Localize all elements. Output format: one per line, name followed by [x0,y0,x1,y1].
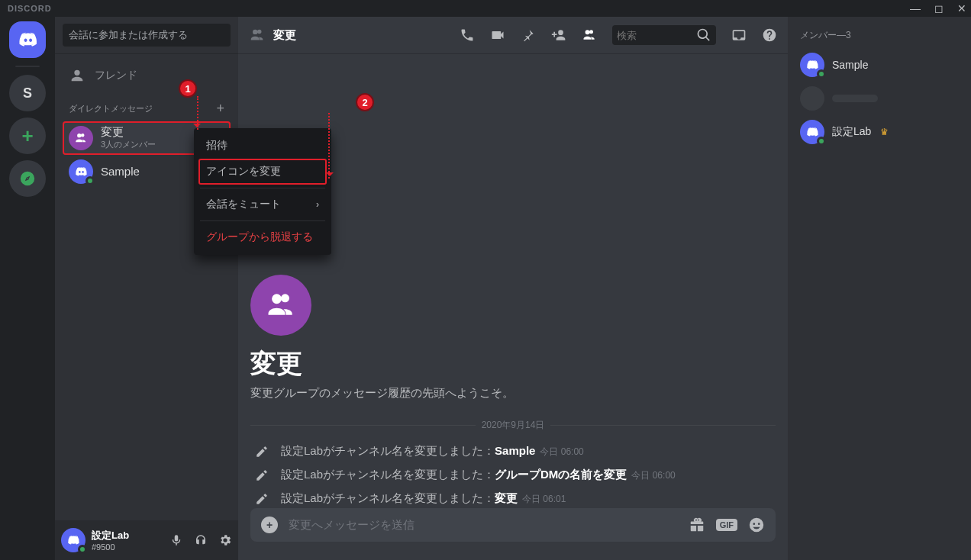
system-message: 設定Labがチャンネル名を変更しました：グループDMの名前を変更今日 06:00 [250,463,776,487]
window-minimize-icon[interactable]: — [910,2,921,14]
user-avatar-icon [69,159,93,184]
member-name: 設定Lab [832,125,871,139]
start-video-call-icon[interactable] [490,27,505,43]
main-area: 変更 変更 変更グループの [238,17,788,560]
member-name-placeholder [832,95,878,102]
system-message: 設定Labがチャンネル名を変更しました：変更今日 06:01 [250,487,776,508]
user-settings-icon[interactable] [218,533,232,547]
self-avatar-icon[interactable] [61,528,85,552]
member-item[interactable]: 設定Lab ♛ [794,115,965,149]
toggle-member-list-icon[interactable] [582,27,597,43]
member-avatar-placeholder-icon [800,86,824,111]
member-item[interactable]: Sample [794,48,965,82]
group-dm-icon [249,27,266,43]
mute-mic-icon[interactable] [169,533,183,547]
members-header: メンバー―3 [794,29,965,48]
friends-nav[interactable]: フレンド [63,61,231,90]
app-brand: DISCORD [8,4,52,13]
pencil-icon [255,445,269,459]
friends-icon [69,67,85,84]
member-avatar-icon [800,120,824,144]
presence-online-icon [78,545,87,554]
dm-section-label: ダイレクトメッセージ [69,103,153,114]
members-list: メンバー―3 Sample 設定Lab ♛ [788,17,971,560]
group-large-avatar-icon [250,275,311,336]
date-divider: 2020年9月14日 [250,419,776,432]
start-voice-call-icon[interactable] [460,27,475,43]
rail-separator [15,66,40,67]
annotation-arrow-1 [180,96,198,130]
group-owner-crown-icon: ♛ [880,127,889,137]
add-friends-to-dm-icon[interactable] [551,27,566,43]
presence-online-icon [817,69,826,79]
dm-context-menu: 招待 アイコンを変更 会話をミュート› グループから脱退する [194,128,331,255]
presence-online-icon [85,176,95,185]
dm-item-name: Sample [101,166,140,179]
annotation-bubble-1: 1 [179,79,197,98]
annotation-bubble-2: 2 [356,93,374,111]
window-close-icon[interactable]: ✕ [957,2,966,14]
annotation-arrow-2 [328,113,366,179]
emoji-picker-icon[interactable] [748,517,765,533]
ctx-leave-group[interactable]: グループから脱退する [198,224,327,250]
deafen-icon[interactable] [194,533,208,547]
member-item-placeholder [794,82,965,115]
message-search[interactable] [612,25,716,45]
member-avatar-icon [800,53,824,77]
ctx-mute-conversation[interactable]: 会話をミュート› [198,191,327,217]
dm-sidebar: 会話に参加または作成する フレンド ダイレクトメッセージ + 変更 3人のメンバ… [55,17,238,560]
self-tag: #9500 [92,542,129,552]
server-rail: S + [0,17,55,560]
gif-picker-button[interactable]: GIF [716,519,737,531]
dm-item-name: 変更 [101,126,156,139]
search-icon [696,27,711,43]
find-conversation-input[interactable]: 会話に参加または作成する [63,24,231,47]
dm-item-sub: 3人のメンバー [101,139,156,150]
create-dm-button[interactable]: + [216,101,224,117]
member-name: Sample [832,59,868,71]
ctx-change-icon[interactable]: アイコンを変更 [198,159,327,185]
server-item[interactable]: S [9,75,46,111]
add-server-button[interactable]: + [9,117,46,154]
window-maximize-icon[interactable]: ◻ [934,2,944,14]
message-search-input[interactable] [617,30,692,41]
compass-icon [19,170,36,187]
group-avatar-icon [69,126,93,150]
composer-input[interactable]: 変更へメッセージを送信 [289,518,678,533]
help-icon[interactable] [762,27,777,43]
attach-button[interactable]: + [261,517,278,533]
system-message: 設定Labがチャンネル名を変更しました：Sample今日 06:00 [250,439,776,463]
welcome-subtitle: 変更グループのメッセージ履歴の先頭へようこそ。 [250,386,776,401]
chevron-right-icon: › [316,199,319,210]
discord-logo-icon [17,29,38,50]
home-button[interactable] [9,21,46,58]
friends-label: フレンド [95,69,137,82]
channel-title: 変更 [273,28,296,43]
message-composer: + 変更へメッセージを送信 GIF [238,508,788,560]
explore-servers-button[interactable] [9,160,46,197]
pinned-messages-icon[interactable] [521,27,536,43]
self-username: 設定Lab [92,529,129,542]
channel-header: 変更 [238,17,788,53]
pencil-icon [255,492,269,506]
user-panel: 設定Lab #9500 [55,520,238,560]
pencil-icon [255,468,269,482]
welcome-title: 変更 [250,346,776,381]
presence-online-icon [817,137,826,146]
chat-scroller[interactable]: 変更 変更グループのメッセージ履歴の先頭へようこそ。 2020年9月14日 設定… [238,53,788,508]
inbox-icon[interactable] [731,27,747,43]
gift-icon[interactable] [689,517,705,533]
welcome-block: 変更 変更グループのメッセージ履歴の先頭へようこそ。 2020年9月14日 設定… [250,275,776,508]
ctx-invite[interactable]: 招待 [198,133,327,159]
